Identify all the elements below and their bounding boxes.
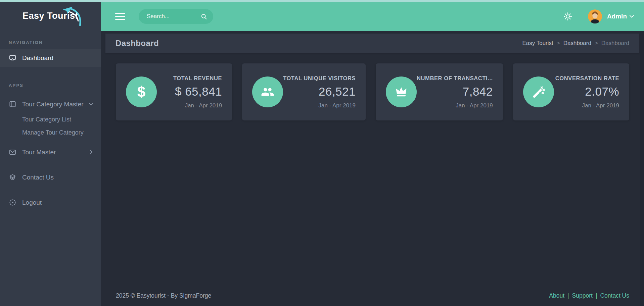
breadcrumb: Easy Tourist > Dashboard > Dashboard [522,40,630,47]
stat-value: 2.07% [554,85,619,98]
user-name: Admin [607,13,627,20]
sidebar-item-label: Contact Us [22,174,54,181]
footer-link-contact-us[interactable]: Contact Us [600,292,629,299]
sidebar-item-label: Dashboard [22,54,53,62]
top-accent-strip [0,0,644,2]
columns-icon [9,100,16,108]
stat-card-transactions: NUMBER OF TRANSACTI... 7,842 Jan - Apr 2… [376,63,503,120]
footer-copyright: 2025 © Easytourist - By SigmaForge [116,292,211,299]
sidebar-subitem-manage-tour-category[interactable]: Manage Tour Category [0,126,101,139]
sidebar-item-logout[interactable]: Logout [0,194,101,211]
people-icon [252,76,283,107]
layers-icon [9,173,16,181]
breadcrumb-item-current: Dashboard [601,40,629,47]
search-box[interactable] [139,9,213,24]
dollar-icon: $ [126,76,157,107]
footer-link-support[interactable]: Support [572,292,593,299]
sun-icon[interactable] [563,12,572,21]
stat-value: 26,521 [283,85,356,98]
sidebar-section-apps: APPS [0,83,101,88]
search-icon[interactable] [200,13,208,20]
page-title-bar: Dashboard Easy Tourist > Dashboard > Das… [105,34,639,53]
breadcrumb-item-home[interactable]: Easy Tourist [522,40,553,47]
crown-icon [386,76,417,107]
sidebar-item-tour-master[interactable]: Tour Master [0,143,101,161]
footer: 2025 © Easytourist - By SigmaForge About… [101,285,640,306]
screen-share-icon [9,54,16,62]
topbar: Admin [101,2,644,31]
chevron-down-icon [630,15,634,18]
stat-label: CONVERSATION RATE [554,75,619,82]
chevron-right-icon [89,150,93,154]
sidebar-item-dashboard[interactable]: Dashboard [0,49,101,67]
stat-period: Jan - Apr 2019 [157,102,222,109]
footer-link-separator: | [596,292,597,299]
stat-label: TOTAL REVENUE [157,75,222,82]
sidebar-section-navigation: NAVIGATION [0,40,101,45]
sidebar-item-label: Tour Master [22,149,89,156]
stat-period: Jan - Apr 2019 [283,102,356,109]
magic-wand-icon [523,76,554,107]
footer-link-separator: | [567,292,569,299]
chevron-down-icon [89,102,93,106]
stat-card-total-revenue: $ TOTAL REVENUE $ 65,841 Jan - Apr 2019 [116,63,232,120]
stat-label: NUMBER OF TRANSACTI... [417,75,493,82]
scrollbar[interactable] [640,31,644,306]
logo[interactable]: Easy Tourist [0,2,101,30]
stat-cards-row: $ TOTAL REVENUE $ 65,841 Jan - Apr 2019 … [101,53,644,120]
sidebar: Easy Tourist NAVIGATION Dashboard APPS T… [0,2,101,306]
stat-value: 7,842 [417,85,493,98]
stat-period: Jan - Apr 2019 [554,102,619,109]
footer-links: About | Support | Contact Us [549,292,629,299]
avatar-image [588,9,602,23]
logo-text: Easy Tourist [22,11,78,21]
mail-icon [9,148,16,156]
sidebar-item-label: Tour Category Master [22,101,89,108]
breadcrumb-separator: > [557,40,560,47]
stat-card-unique-visitors: TOTAL UNIQUE VISITORS 26,521 Jan - Apr 2… [242,63,366,120]
disc-icon [9,199,16,206]
page-title: Dashboard [116,39,159,48]
stat-value: $ 65,841 [157,85,222,98]
avatar[interactable] [588,9,602,23]
stat-label: TOTAL UNIQUE VISITORS [283,75,356,82]
sidebar-subitem-tour-category-list[interactable]: Tour Category List [0,113,101,126]
sidebar-item-contact-us[interactable]: Contact Us [0,168,101,186]
user-menu[interactable]: Admin [607,13,634,20]
stat-card-conversation-rate: CONVERSATION RATE 2.07% Jan - Apr 2019 [513,63,629,120]
stat-period: Jan - Apr 2019 [417,102,493,109]
footer-link-about[interactable]: About [549,292,564,299]
hamburger-menu-icon[interactable] [115,13,125,20]
search-input[interactable] [147,13,200,20]
sidebar-item-tour-category-master[interactable]: Tour Category Master [0,95,101,113]
main-content: Dashboard Easy Tourist > Dashboard > Das… [101,31,644,306]
breadcrumb-item-dashboard[interactable]: Dashboard [563,40,591,47]
breadcrumb-separator: > [595,40,598,47]
sidebar-item-label: Logout [22,199,42,206]
